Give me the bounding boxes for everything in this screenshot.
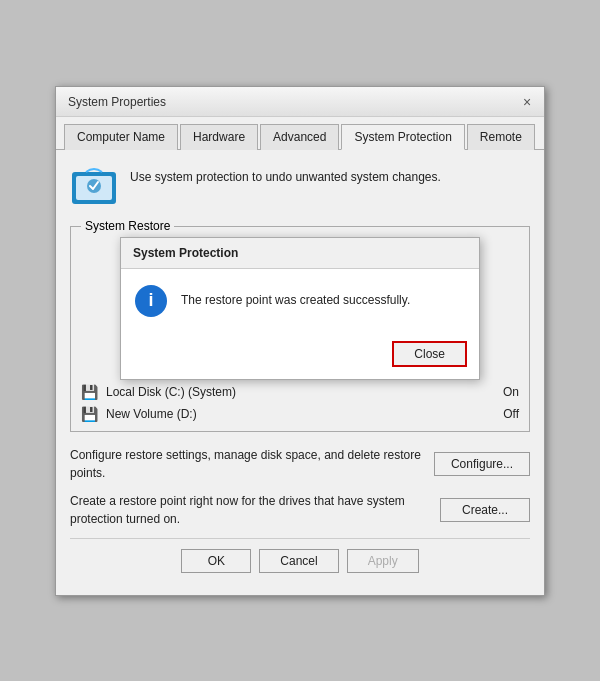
system-restore-section: System Restore System Protection i The r… [70, 226, 530, 432]
dialog-close-button[interactable]: Close [392, 341, 467, 367]
dialog-body: i The restore point was created successf… [121, 269, 479, 333]
system-protection-icon [70, 164, 118, 212]
footer-buttons: OK Cancel Apply [70, 538, 530, 585]
tab-computer-name[interactable]: Computer Name [64, 124, 178, 150]
system-protection-dialog: System Protection i The restore point wa… [120, 237, 480, 380]
info-icon: i [135, 285, 167, 317]
configure-text: Configure restore settings, manage disk … [70, 446, 424, 482]
window-close-button[interactable]: × [518, 93, 536, 111]
configure-button[interactable]: Configure... [434, 452, 530, 476]
ok-button[interactable]: OK [181, 549, 251, 573]
tab-hardware[interactable]: Hardware [180, 124, 258, 150]
create-text: Create a restore point right now for the… [70, 492, 430, 528]
system-restore-inner: System Protection i The restore point wa… [71, 227, 529, 431]
system-properties-window: System Properties × Computer Name Hardwa… [55, 86, 545, 596]
window-title: System Properties [68, 95, 166, 109]
tabs-container: Computer Name Hardware Advanced System P… [56, 117, 544, 150]
create-section: Create a restore point right now for the… [70, 492, 530, 528]
content-area: Use system protection to undo unwanted s… [56, 150, 544, 595]
tab-advanced[interactable]: Advanced [260, 124, 339, 150]
dialog-footer: Close [121, 333, 479, 379]
tab-remote[interactable]: Remote [467, 124, 535, 150]
dialog-title: System Protection [121, 238, 479, 269]
dialog-message: The restore point was created successful… [181, 292, 410, 309]
title-bar: System Properties × [56, 87, 544, 117]
header-info-row: Use system protection to undo unwanted s… [70, 164, 530, 212]
create-button[interactable]: Create... [440, 498, 530, 522]
configure-section: Configure restore settings, manage disk … [70, 446, 530, 482]
cancel-button[interactable]: Cancel [259, 549, 338, 573]
tab-system-protection[interactable]: System Protection [341, 124, 464, 150]
header-description: Use system protection to undo unwanted s… [130, 168, 441, 186]
apply-button[interactable]: Apply [347, 549, 419, 573]
